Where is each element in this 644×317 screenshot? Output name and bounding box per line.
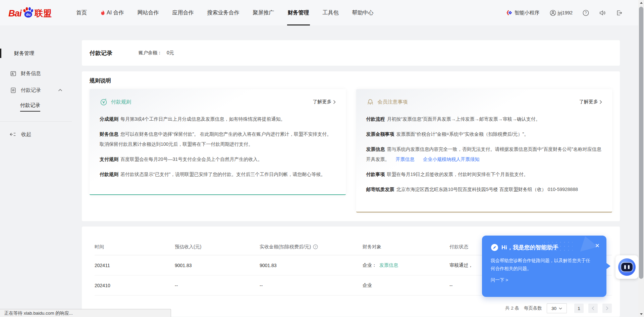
- nav-item-ai[interactable]: AI 合作: [94, 0, 131, 25]
- col-time: 时间: [95, 244, 175, 250]
- logo-union-text: 联盟: [35, 8, 52, 19]
- per-page-select[interactable]: 30: [547, 303, 567, 313]
- assistant-launcher-button[interactable]: [615, 255, 638, 279]
- rule-paragraph: 付款规则若付款状态显示“已支付”，说明联盟已安排了您的付款。支付后三个工作日内到…: [100, 169, 336, 179]
- popup-pointer: [606, 263, 610, 269]
- smart-miniapp-link[interactable]: 智能小程序: [506, 10, 540, 16]
- cell-estimated: 9001.83: [175, 263, 260, 268]
- sidebar: 财务管理 财务信息 付款记录 付款记录: [0, 25, 82, 317]
- payment-rules-title: 付款规则: [111, 99, 131, 105]
- scroll-down-arrow[interactable]: [638, 311, 644, 317]
- cell-time: 202410: [95, 283, 175, 288]
- col-finance-target: 财务对象: [363, 244, 449, 250]
- sidebar-subitem-payment-record[interactable]: 付款记录: [0, 99, 82, 115]
- svg-text:du: du: [26, 12, 31, 16]
- collapse-icon: [9, 132, 16, 137]
- announcement-button[interactable]: [599, 10, 606, 16]
- page-header-card: 付款记录 账户余额： 0元: [82, 40, 620, 66]
- payment-rules-box: 付款规则 了解更多 分成规则每月第3或4个工作日产出上月分成信息及发票信息，如有…: [90, 89, 346, 195]
- small-taxpayer-notice-link[interactable]: 企业小规模纳税人开票须知: [423, 156, 479, 162]
- balance-value: 0元: [167, 50, 174, 55]
- sidebar-collapse-button[interactable]: 收起: [0, 127, 82, 142]
- total-count: 共 2 条: [505, 305, 519, 311]
- scrollbar-thumb[interactable]: [639, 7, 643, 279]
- member-notice-box: 会员注意事项 了解更多 付款流程月初按“发票信息”页面开具发票→上传发票→邮寄发…: [356, 89, 612, 212]
- cell-actual: 9001.83: [260, 263, 363, 268]
- chevron-up-icon: [58, 89, 62, 91]
- svg-text:?: ?: [585, 11, 587, 15]
- svg-text:?: ?: [315, 245, 316, 249]
- chevron-down-icon: [559, 307, 562, 310]
- sidebar-item-finance-info[interactable]: 财务信息: [0, 65, 82, 82]
- page-title: 付款记录: [90, 49, 112, 57]
- finance-info-icon: [10, 70, 16, 77]
- collapse-label: 收起: [21, 131, 31, 138]
- help-button[interactable]: ?: [583, 10, 589, 16]
- nav-item-home[interactable]: 首页: [69, 0, 94, 25]
- nav-item-toolkit[interactable]: 工具包: [316, 0, 345, 25]
- nav-item-website[interactable]: 网站合作: [131, 0, 166, 25]
- browser-scrollbar[interactable]: [638, 0, 644, 317]
- invoice-info-link[interactable]: 开票信息: [395, 156, 414, 162]
- assistant-message: 我会帮助您诊断合作链路问题，以及解答您关于任何合作相关的问题。: [491, 257, 595, 272]
- sidebar-item-payment-record[interactable]: 付款记录: [0, 82, 82, 99]
- invoice-info-table-link[interactable]: 发票信息: [379, 262, 398, 268]
- close-icon[interactable]: ✕: [595, 243, 600, 249]
- account-balance: 账户余额： 0元: [139, 50, 174, 56]
- user-account[interactable]: jyj1992: [550, 10, 573, 16]
- bell-icon: [366, 98, 374, 106]
- rule-paragraph: 发票信息需与系统内发票信息内容完全一致，否则无法支付。请根据发票信息页面中“百度…: [366, 144, 602, 164]
- active-section-bar: [0, 49, 1, 58]
- baidu-paw-icon: du: [22, 7, 34, 18]
- scroll-up-arrow[interactable]: [638, 0, 644, 6]
- nav-item-app[interactable]: 应用合作: [166, 0, 201, 25]
- navbar-right: 智能小程序 jyj1992 ?: [506, 10, 629, 16]
- rule-paragraph: 邮寄纸质发票北京市海淀区西北旺东路10号院百度科技园5号楼 百度联盟财务组（收）…: [366, 184, 602, 194]
- rule-paragraph: 付款流程月初按“发票信息”页面开具发票→上传发票→邮寄发票→审核→确认支付。: [366, 114, 602, 124]
- logout-button[interactable]: [616, 10, 623, 16]
- prev-page-button[interactable]: [588, 304, 598, 313]
- compass-icon: [491, 244, 498, 251]
- rules-card: 规则说明 付款规则 了解更多: [82, 71, 620, 221]
- ask-now-link[interactable]: 问一下 >: [491, 277, 508, 283]
- cell-finance-target: 企业：发票信息: [363, 262, 449, 268]
- col-estimated: 预估收入(元): [175, 244, 260, 250]
- cell-time: 202411: [95, 263, 175, 268]
- page-number[interactable]: 1: [574, 304, 584, 313]
- question-circle-icon: ?: [583, 10, 589, 16]
- nav-item-help-center[interactable]: 帮助中心: [345, 0, 380, 25]
- smart-assistant-popup: Hi，我是您的智能助手 ✕ 我会帮助您诊断合作链路问题，以及解答您关于任何合作相…: [482, 236, 606, 297]
- sidebar-section-finance: 财务管理: [0, 48, 82, 59]
- chevron-right-icon: [599, 100, 602, 104]
- coin-yuan-icon: [100, 98, 108, 106]
- status-text: 正在等待 xlab.baidu.com 的响应...: [4, 310, 73, 316]
- robot-icon: [618, 258, 636, 276]
- sidebar-section-label: 财务管理: [14, 50, 34, 57]
- payment-rules-more-link[interactable]: 了解更多: [313, 99, 336, 105]
- per-page-label: 每页条数: [524, 305, 542, 311]
- baidu-union-logo[interactable]: Bai du 联盟: [8, 7, 52, 19]
- member-notice-more-link[interactable]: 了解更多: [579, 99, 602, 105]
- rule-paragraph: 支付规则百度联盟会在每月20号—31号支付企业会员上个自然月产生的收入。: [100, 154, 336, 164]
- flame-icon: [100, 10, 105, 16]
- speaker-icon: [599, 10, 606, 16]
- col-actual: 实收金额(扣除税费后/元) ?: [260, 244, 363, 250]
- cell-actual: --: [260, 283, 363, 288]
- cell-finance-target: 企业: [363, 282, 449, 289]
- nav-item-search-biz[interactable]: 搜索业务合作: [201, 0, 246, 25]
- chevron-left-icon: [592, 306, 594, 310]
- rule-paragraph: 发票金额事项发票票面“价税合计”金额=系统中“实收金额（扣除税费后/元）”。: [366, 129, 602, 139]
- pagination: 共 2 条 每页条数 30 1: [505, 303, 612, 313]
- next-page-button[interactable]: [602, 304, 612, 313]
- help-circle-icon[interactable]: ?: [313, 244, 318, 249]
- rules-title: 规则说明: [90, 77, 612, 84]
- top-navbar: Bai du 联盟 首页 AI 合作 网站合作 应用合作 搜索业务合作 聚屏推广…: [0, 0, 644, 25]
- nav-item-screen-ads[interactable]: 聚屏推广: [246, 0, 281, 25]
- sidebar-item-label: 付款记录: [21, 87, 41, 93]
- nav-item-finance[interactable]: 财务管理: [281, 0, 316, 25]
- sidebar-item-label: 财务信息: [21, 70, 41, 77]
- main-nav: 首页 AI 合作 网站合作 应用合作 搜索业务合作 聚屏推广 财务管理 工具包 …: [69, 0, 380, 25]
- miniapp-icon: [506, 10, 513, 16]
- cell-estimated: --: [175, 283, 260, 288]
- chevron-right-icon: [606, 306, 608, 310]
